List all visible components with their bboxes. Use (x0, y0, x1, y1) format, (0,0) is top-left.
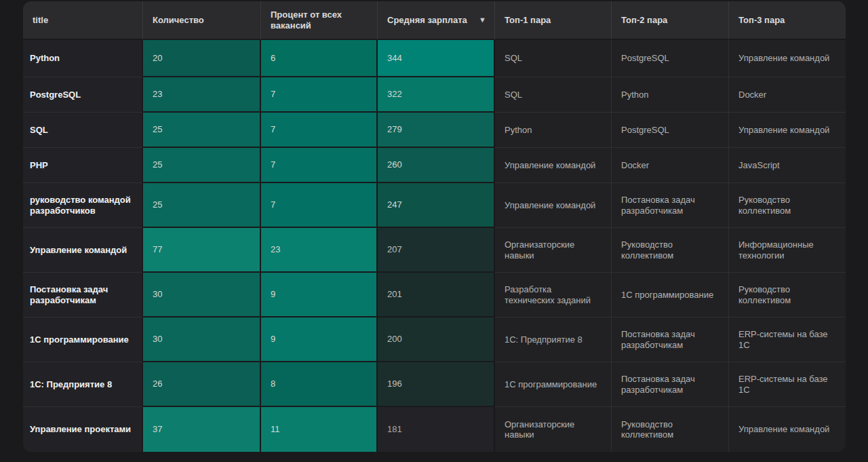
table-header-row: titleКоличествоПроцент от всех вакансийС… (23, 1, 846, 40)
cell-percent: 23 (261, 228, 378, 273)
column-header-title[interactable]: title (23, 1, 143, 40)
cell-top1: Организаторские навыки (495, 228, 612, 273)
column-header-top3[interactable]: Топ-3 пара (729, 1, 846, 40)
cell-title: Python (23, 40, 143, 77)
cell-salary: 322 (378, 77, 495, 113)
table-row: SQL257279PythonPostgreSQLУправление кома… (23, 113, 846, 148)
table-body: Python206344SQLPostgreSQLУправление кома… (23, 40, 846, 452)
cell-top3: Управление командой (729, 407, 846, 452)
column-label: Процент от всех вакансий (271, 9, 342, 30)
table-row: руководство командой разработчиков257247… (23, 183, 846, 228)
column-header-salary[interactable]: Средняя зарплата▼ (378, 1, 495, 40)
cell-count: 30 (143, 317, 261, 362)
cell-top1: Организаторские навыки (495, 407, 612, 452)
sort-descending-icon[interactable]: ▼ (479, 16, 486, 24)
cell-title: руководство командой разработчиков (23, 183, 143, 228)
cell-top3: ERP-системы на базе 1С (729, 362, 846, 407)
cell-top2: Docker (612, 148, 729, 183)
cell-top3: JavaScript (729, 148, 846, 183)
skills-table: titleКоличествоПроцент от всех вакансийС… (23, 1, 846, 452)
cell-top3: Управление командой (729, 113, 846, 148)
cell-count: 25 (143, 113, 261, 148)
cell-top3: Docker (729, 77, 846, 113)
cell-title: 1С: Предприятие 8 (23, 362, 143, 407)
cell-top1: Python (495, 113, 612, 148)
cell-top2: Постановка задач разработчикам (612, 317, 729, 362)
column-header-top2[interactable]: Топ-2 пара (612, 1, 729, 40)
column-label: title (33, 15, 48, 25)
cell-count: 25 (143, 148, 261, 183)
cell-top1: Разработка технических заданий (495, 273, 612, 317)
column-label: Топ-2 пара (621, 15, 667, 25)
cell-count: 77 (143, 228, 261, 273)
cell-percent: 6 (261, 40, 378, 77)
column-label: Средняя зарплата (387, 15, 467, 25)
cell-top2: PostgreSQL (612, 40, 729, 77)
cell-salary: 247 (378, 183, 495, 228)
cell-percent: 7 (261, 77, 378, 113)
cell-top2: Руководство коллективом (612, 407, 729, 452)
table-row: Управление проектами3711181Организаторск… (23, 407, 846, 452)
cell-count: 25 (143, 183, 261, 228)
column-label: Топ-1 пара (505, 15, 551, 25)
cell-title: Управление проектами (23, 407, 143, 452)
cell-salary: 344 (378, 40, 495, 77)
cell-salary: 200 (378, 317, 495, 362)
cell-title: PHP (23, 148, 143, 183)
cell-top1: SQL (495, 77, 612, 113)
cell-top1: Управление командой (495, 183, 612, 228)
cell-top1: 1С: Предприятие 8 (495, 317, 612, 362)
cell-salary: 207 (378, 228, 495, 273)
table-row: Управление командой7723207Организаторски… (23, 228, 846, 273)
cell-top2: Постановка задач разработчикам (612, 362, 729, 407)
cell-percent: 7 (261, 148, 378, 183)
cell-percent: 8 (261, 362, 378, 407)
cell-salary: 201 (378, 273, 495, 317)
column-header-percent[interactable]: Процент от всех вакансий (261, 1, 378, 40)
cell-top2: Python (612, 77, 729, 113)
table-row: PHP257260Управление командойDockerJavaSc… (23, 148, 846, 183)
cell-percent: 7 (261, 183, 378, 228)
cell-salary: 260 (378, 148, 495, 183)
table-row: Постановка задач разработчикам309201Разр… (23, 273, 846, 317)
cell-salary: 196 (378, 362, 495, 407)
cell-top3: Информационные технологии (729, 228, 846, 273)
cell-top2: Руководство коллективом (612, 228, 729, 273)
cell-count: 30 (143, 273, 261, 317)
cell-percent: 7 (261, 113, 378, 148)
cell-top3: ERP-системы на базе 1С (729, 317, 846, 362)
cell-top3: Руководство коллективом (729, 183, 846, 228)
table-row: PostgreSQL237322SQLPythonDocker (23, 77, 846, 113)
cell-top1: SQL (495, 40, 612, 77)
cell-percent: 11 (261, 407, 378, 452)
cell-title: SQL (23, 113, 143, 148)
column-header-count[interactable]: Количество (143, 1, 261, 40)
cell-top3: Управление командой (729, 40, 846, 77)
table-row: 1С: Предприятие 82681961С программирован… (23, 362, 846, 407)
cell-salary: 279 (378, 113, 495, 148)
cell-count: 37 (143, 407, 261, 452)
cell-percent: 9 (261, 273, 378, 317)
cell-top2: 1С программирование (612, 273, 729, 317)
column-header-top1[interactable]: Топ-1 пара (495, 1, 612, 40)
cell-top1: Управление командой (495, 148, 612, 183)
skills-dataframe: titleКоличествоПроцент от всех вакансийС… (23, 1, 846, 452)
cell-top2: PostgreSQL (612, 113, 729, 148)
cell-count: 26 (143, 362, 261, 407)
cell-top2: Постановка задач разработчикам (612, 183, 729, 228)
column-label: Топ-3 пара (738, 15, 785, 25)
cell-count: 23 (143, 77, 261, 113)
cell-top1: 1С программирование (495, 362, 612, 407)
cell-top3: Руководство коллективом (729, 273, 846, 317)
cell-count: 20 (143, 40, 261, 77)
table-row: 1С программирование3092001С: Предприятие… (23, 317, 846, 362)
cell-percent: 9 (261, 317, 378, 362)
cell-salary: 181 (378, 407, 495, 452)
column-label: Количество (153, 15, 204, 25)
cell-title: Постановка задач разработчикам (23, 273, 143, 317)
cell-title: PostgreSQL (23, 77, 143, 113)
cell-title: Управление командой (23, 228, 143, 273)
table-row: Python206344SQLPostgreSQLУправление кома… (23, 40, 846, 77)
cell-title: 1С программирование (23, 317, 143, 362)
